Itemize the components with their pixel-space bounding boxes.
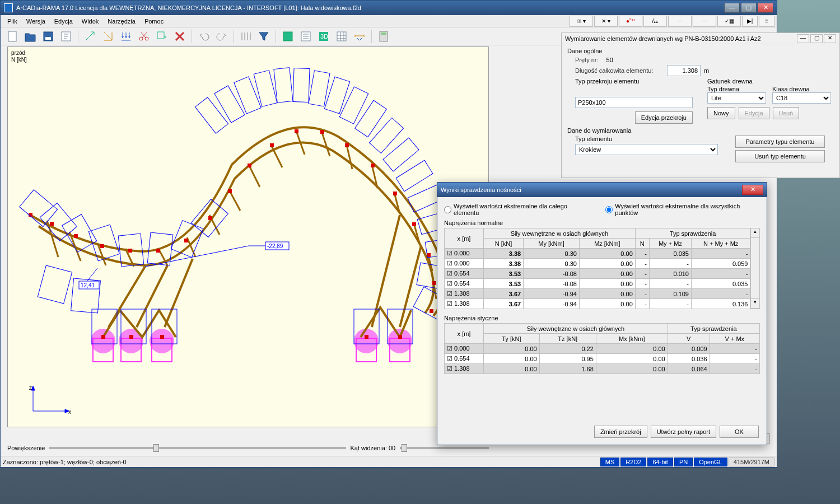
tool-dim[interactable] [351,29,368,44]
radio-all-points[interactable]: Wyświetl wartości ekstremalne dla wszyst… [605,203,760,216]
save-file-button[interactable] [40,29,57,44]
svg-text:przód: przód [11,50,25,56]
zoom-slider[interactable] [49,442,346,454]
normal-stress-title: Naprężenia normalne [444,220,760,226]
view-toggle-5[interactable]: ⋯ [668,16,692,27]
typdrewna-label: Typ drewna [707,86,769,92]
view-toggle-4[interactable]: /₁₁ [643,16,667,27]
table-row[interactable]: ☑ 1.3080.001.680.000.064- [445,364,760,374]
tool-filter[interactable] [255,29,272,44]
tool-delete[interactable] [171,29,188,44]
results-close-button[interactable]: ✕ [742,185,763,195]
svg-rect-67 [274,68,293,103]
canvas-viewport[interactable]: z x przód N [kN] [7,46,489,427]
open-file-button[interactable] [22,29,39,44]
svg-rect-6 [157,32,164,39]
svg-rect-7 [283,32,292,41]
przekroj-input[interactable] [575,97,693,108]
tool-2[interactable] [100,29,116,44]
svg-point-24 [388,329,412,353]
svg-rect-45 [393,192,397,195]
change-section-button[interactable]: Zmień przekrój [594,426,647,438]
edit-wood-button[interactable]: Edycja [739,107,769,119]
svg-rect-66 [254,71,277,107]
bottom-controls: Powiększenie Kąt widzenia: 00 [7,441,489,455]
tool-calc2[interactable] [297,29,314,44]
table-row[interactable]: ☑ 0.0003.380.300.00--0.059 [445,259,750,269]
svg-rect-2 [45,37,51,40]
menu-edycja[interactable]: Edycja [50,17,77,26]
delete-wood-button[interactable]: Usuń [773,107,800,119]
panel-close[interactable]: ✕ [824,34,836,43]
svg-rect-69 [309,71,330,106]
dlugosc-input[interactable] [667,65,701,76]
svg-rect-35 [156,249,160,253]
menu-plik[interactable]: Plik [3,17,22,26]
svg-text:3D: 3D [320,33,328,40]
new-wood-button[interactable]: Nowy [707,107,735,119]
view-toggle-8[interactable]: ▶| [742,16,758,27]
close-button[interactable]: ✕ [758,3,773,13]
table-row[interactable]: ☑ 0.6543.53-0.080.00-0.010- [445,269,750,279]
redo-button[interactable] [213,29,230,44]
tool-grid[interactable] [333,29,350,44]
table-row[interactable]: ☑ 0.0003.380.300.00-0.035- [445,249,750,259]
table-row[interactable]: ☑ 1.3083.67-0.940.00--0.136 [445,299,750,309]
design-panel: Wymiarowanie elementów drewnianych wg PN… [561,32,840,178]
przekroj-label: Typ przekroju elementu [575,78,704,85]
view-toggle-6[interactable]: ⋯ [693,16,716,27]
klasa-select[interactable]: C18 [772,92,831,104]
tool-1[interactable] [82,29,99,44]
tool-calculator[interactable] [375,29,392,44]
view-toggle-3[interactable]: ●"¹¹ [619,16,642,27]
tool-add[interactable] [153,29,170,44]
view-toggle-2[interactable]: ✕ ▾ [594,16,618,27]
svg-rect-0 [8,31,16,41]
view-toggle-9[interactable]: ≡ [759,16,774,27]
undo-button[interactable] [195,29,212,44]
tool-loads[interactable] [118,29,134,44]
status-opengl[interactable]: OpenGL [694,458,727,466]
param-type-button[interactable]: Parametry typu elementu [735,136,825,148]
tool-columns[interactable] [237,29,254,44]
ok-button[interactable]: OK [720,426,759,438]
table-row[interactable]: ☑ 0.6540.000.950.000.036- [445,354,760,364]
radio-whole-element[interactable]: Wyświetl wartości ekstremalne dla całego… [444,203,590,216]
tool-cut[interactable] [136,29,152,44]
tool-3d[interactable]: 3D [315,29,332,44]
svg-rect-79 [38,265,72,304]
tool-calc1[interactable] [279,29,296,44]
new-file-button[interactable] [4,29,21,44]
menu-pomoc[interactable]: Pomoc [140,17,168,26]
full-report-button[interactable]: Utwórz pełny raport [651,426,716,438]
design-panel-title: Wymiarowanie elementów drewnianych wg PN… [565,35,796,42]
angle-label: Kąt widzenia: 00 [351,445,396,451]
svg-rect-53 [365,335,368,339]
status-64bit[interactable]: 64-bit [647,458,673,466]
status-pn[interactable]: PN [674,458,693,466]
edit-section-button[interactable]: Edycja przekroju [635,111,693,124]
status-r2d2[interactable]: R2D2 [620,458,646,466]
svg-rect-49 [430,309,433,313]
view-toggle-7[interactable]: ✓▦ [717,16,741,27]
table-row[interactable]: ☑ 1.3083.67-0.940.00-0.109- [445,289,750,299]
menu-widok[interactable]: Widok [77,17,104,26]
delete-type-button[interactable]: Usuń typ elementu [735,150,825,162]
table-row[interactable]: ☑ 0.6543.53-0.080.00--0.035 [445,279,750,289]
typelem-select[interactable]: Krokiew [575,144,718,155]
svg-rect-44 [371,164,375,167]
save-as-button[interactable] [58,29,74,44]
view-toggle-1[interactable]: ≋ ▾ [570,16,593,27]
menu-narzedzia[interactable]: Narzędzia [103,17,140,26]
panel-max[interactable]: ▢ [810,34,823,43]
table-row[interactable]: ☑ 0.0000.000.220.000.009- [445,344,760,354]
table1-scrollbar[interactable]: ▴▾ [750,228,760,309]
status-ms[interactable]: MS [600,458,620,466]
maximize-button[interactable]: ▢ [741,3,757,13]
minimize-button[interactable]: — [724,3,740,13]
panel-min[interactable]: — [797,34,809,43]
svg-rect-74 [383,138,419,171]
typdrewna-select[interactable]: Lite [707,92,766,104]
section-dane-wym: Dane do wymiarowania [567,127,834,134]
menu-wersja[interactable]: Wersja [22,17,50,26]
